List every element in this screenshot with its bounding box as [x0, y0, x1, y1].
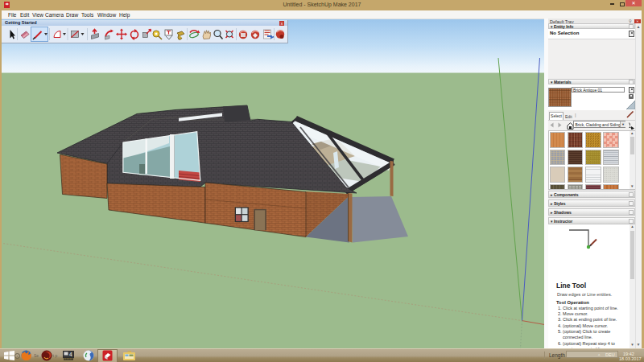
svg-text:4: 4 [69, 352, 72, 357]
